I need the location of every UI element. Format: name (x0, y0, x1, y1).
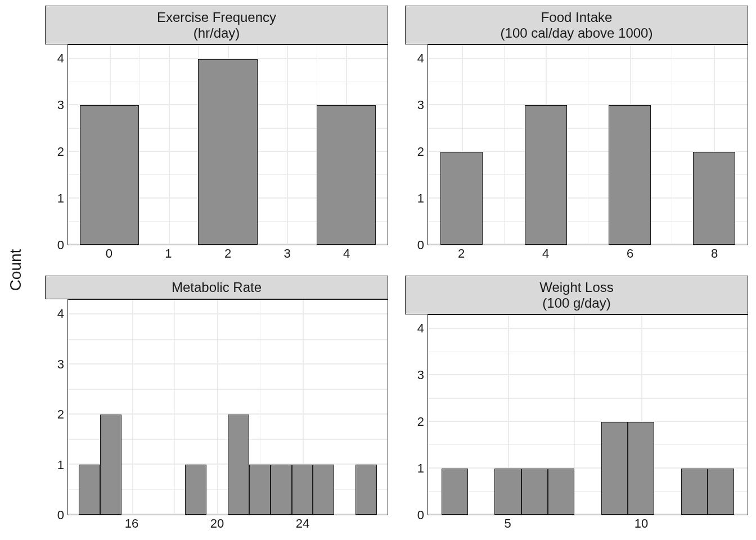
x-tick-label: 5 (504, 516, 511, 531)
y-tick-label: 3 (57, 98, 64, 112)
facet-histogram-figure: Count Exercise Frequency (hr/day) 01234 … (0, 0, 756, 540)
gridline-horizontal (68, 389, 388, 390)
panel-wrap: 01234 (45, 299, 388, 515)
y-tick-label: 1 (57, 458, 64, 472)
histogram-bar (601, 422, 628, 515)
y-tick-label: 4 (57, 51, 64, 66)
histogram-bar (442, 469, 468, 515)
gridline-horizontal (428, 352, 748, 352)
x-ticks: 01234 (68, 245, 388, 264)
histogram-bar (356, 465, 377, 515)
y-tick-label: 1 (57, 191, 64, 206)
x-ticks: 162024 (68, 515, 388, 534)
gridline-vertical (217, 300, 218, 515)
y-tick-label: 4 (57, 307, 64, 321)
x-tick-label: 20 (210, 516, 224, 531)
histogram-bar (198, 59, 257, 245)
gridline-vertical (588, 45, 588, 245)
y-tick-label: 0 (57, 238, 64, 253)
x-tick-label: 3 (284, 246, 290, 261)
y-tick-label: 3 (417, 368, 424, 382)
x-tick-label: 8 (711, 246, 718, 261)
y-tick-label: 4 (417, 321, 424, 336)
histogram-bar (440, 152, 483, 245)
y-tick-label: 2 (57, 407, 64, 422)
facet-food-intake: Food Intake (100 cal/day above 1000) 012… (405, 6, 748, 264)
facet-metabolic-rate: Metabolic Rate 01234 162024 (45, 276, 388, 534)
gridline-horizontal (428, 398, 748, 399)
histogram-bar (80, 105, 139, 245)
histogram-bar (228, 415, 249, 515)
y-tick-label: 3 (57, 357, 64, 372)
histogram-bar (708, 469, 734, 515)
panel-wrap: 01234 (45, 44, 388, 245)
y-axis-label: Count (7, 249, 25, 291)
histogram-bar (525, 105, 567, 245)
histogram-bar (628, 422, 654, 515)
y-tick-label: 1 (417, 191, 424, 206)
gridline-vertical (139, 45, 140, 245)
y-tick-label: 1 (417, 461, 424, 476)
gridline-horizontal (68, 363, 388, 364)
y-tick-label: 2 (57, 145, 64, 159)
histogram-bar (548, 469, 574, 515)
y-ticks: 01234 (45, 299, 68, 515)
y-tick-label: 0 (57, 508, 64, 523)
facet-title: Weight Loss (100 g/day) (405, 276, 748, 314)
gridline-horizontal (428, 328, 748, 329)
y-tick-label: 2 (417, 145, 424, 159)
histogram-bar (609, 105, 651, 245)
histogram-bar (521, 469, 548, 515)
x-ticks: 2468 (428, 245, 748, 264)
gridline-vertical (169, 45, 170, 245)
gridline-vertical (132, 300, 133, 515)
facet-exercise-frequency: Exercise Frequency (hr/day) 01234 01234 (45, 6, 388, 264)
y-ticks: 01234 (405, 314, 428, 515)
y-tick-label: 4 (417, 51, 424, 66)
gridline-vertical (174, 300, 175, 515)
facet-weight-loss: Weight Loss (100 g/day) 01234 510 (405, 276, 748, 534)
x-ticks: 510 (428, 515, 748, 534)
facet-title: Exercise Frequency (hr/day) (45, 6, 388, 44)
facet-grid: Exercise Frequency (hr/day) 01234 01234 … (45, 6, 748, 534)
y-tick-label: 2 (417, 415, 424, 429)
x-tick-label: 10 (634, 516, 648, 531)
gridline-vertical (287, 45, 288, 245)
gridline-horizontal (428, 374, 748, 375)
histogram-bar (681, 469, 708, 515)
x-tick-label: 24 (296, 516, 309, 531)
plot-panel (428, 314, 748, 515)
x-tick-label: 16 (125, 516, 138, 531)
y-tick-label: 3 (417, 98, 424, 112)
facet-title: Metabolic Rate (45, 276, 388, 299)
gridline-horizontal (428, 421, 748, 422)
x-tick-label: 6 (627, 246, 633, 261)
panel-wrap: 01234 (405, 44, 748, 245)
gridline-horizontal (68, 339, 388, 340)
x-tick-label: 1 (165, 246, 172, 261)
gridline-horizontal (68, 313, 388, 314)
x-tick-label: 2 (224, 246, 231, 261)
x-tick-label: 4 (343, 246, 350, 261)
y-tick-label: 0 (417, 238, 424, 253)
y-ticks: 01234 (405, 44, 428, 245)
histogram-bar (79, 465, 100, 515)
gridline-vertical (574, 315, 575, 515)
histogram-bar (494, 469, 521, 515)
x-tick-label: 4 (542, 246, 549, 261)
plot-panel (68, 299, 388, 515)
histogram-bar (292, 465, 313, 515)
histogram-bar (693, 152, 735, 245)
histogram-bar (317, 105, 376, 245)
plot-panel (428, 44, 748, 245)
y-tick-label: 0 (417, 508, 424, 523)
gridline-vertical (258, 45, 258, 245)
histogram-bar (185, 465, 206, 515)
y-ticks: 01234 (45, 44, 68, 245)
x-tick-label: 2 (458, 246, 465, 261)
histogram-bar (271, 465, 292, 515)
histogram-bar (313, 465, 334, 515)
x-tick-label: 0 (106, 246, 112, 261)
gridline-horizontal (428, 444, 748, 445)
panel-wrap: 01234 (405, 314, 748, 515)
